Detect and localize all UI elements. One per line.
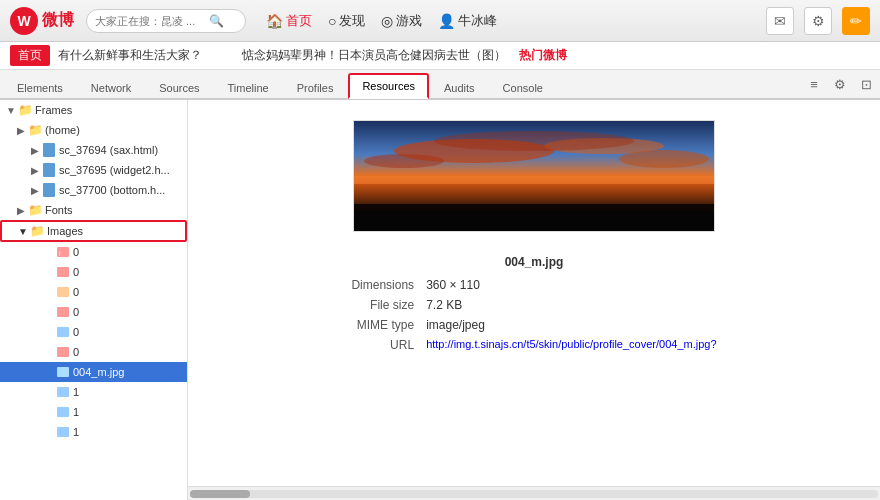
weibo-logo-text: 微博: [42, 10, 74, 31]
svg-rect-3: [57, 287, 69, 297]
nav-user-label: 牛冰峰: [458, 12, 497, 30]
devtools-menu-button[interactable]: ≡: [804, 74, 824, 94]
tree-004mjpg[interactable]: 004_m.jpg: [0, 362, 187, 382]
tree-sc37694[interactable]: ▶ sc_37694 (sax.html): [0, 140, 187, 160]
fonts-label: Fonts: [45, 204, 73, 216]
list-item[interactable]: 1: [0, 422, 187, 442]
nav-discover[interactable]: ○ 发现: [328, 12, 365, 30]
devtools-dock-button[interactable]: ⊡: [856, 74, 876, 94]
scrollbar-thumb[interactable]: [190, 490, 250, 498]
nav-discover-label: 发现: [339, 12, 365, 30]
nav-home-label: 首页: [286, 12, 312, 30]
tab-timeline[interactable]: Timeline: [215, 76, 282, 99]
list-item[interactable]: 0: [0, 302, 187, 322]
nav-user[interactable]: 👤 牛冰峰: [438, 12, 497, 30]
news-article[interactable]: 惦念妈妈辈男神！日本演员高仓健因病去世（图）: [242, 48, 506, 62]
tab-console[interactable]: Console: [490, 76, 556, 99]
img-icon: [56, 425, 70, 439]
images-label: Images: [47, 225, 83, 237]
svg-rect-4: [57, 307, 69, 317]
sc37700-arrow: ▶: [28, 185, 42, 196]
search-icon[interactable]: 🔍: [209, 14, 224, 28]
list-item[interactable]: 0: [0, 282, 187, 302]
weibo-topbar: W 微博 🔍 🏠 首页 ○ 发现 ◎ 游戏 👤 牛冰峰 ✉ ⚙ ✏: [0, 0, 880, 42]
list-item[interactable]: 1: [0, 382, 187, 402]
fonts-arrow: ▶: [14, 205, 28, 216]
image-preview-area: 004_m.jpg Dimensions 360 × 110 File size…: [188, 100, 880, 486]
tab-sources[interactable]: Sources: [146, 76, 212, 99]
discover-icon: ○: [328, 13, 336, 29]
nav-home[interactable]: 🏠 首页: [266, 12, 312, 30]
img-icon: [56, 405, 70, 419]
sc37694-label: sc_37694 (sax.html): [59, 144, 158, 156]
compose-button[interactable]: ✏: [842, 7, 870, 35]
svg-rect-5: [57, 327, 69, 337]
weibo-search-input[interactable]: [95, 15, 205, 27]
dimensions-value: 360 × 110: [420, 275, 722, 295]
news-question: 有什么新鲜事和生活大家？: [58, 48, 202, 62]
mail-button[interactable]: ✉: [766, 7, 794, 35]
tree-sc37700[interactable]: ▶ sc_37700 (bottom.h...: [0, 180, 187, 200]
nav-games[interactable]: ◎ 游戏: [381, 12, 422, 30]
img-selected-icon: [56, 365, 70, 379]
list-item[interactable]: 1: [0, 402, 187, 422]
image-preview-container: [353, 120, 715, 232]
sc37700-label: sc_37700 (bottom.h...: [59, 184, 165, 196]
svg-rect-9: [57, 407, 69, 417]
img-icon: i: [56, 245, 70, 259]
sc37694-arrow: ▶: [28, 145, 42, 156]
svg-rect-8: [57, 387, 69, 397]
sunset-svg: [354, 121, 714, 231]
content-panel: 004_m.jpg Dimensions 360 × 110 File size…: [188, 100, 880, 500]
frames-folder-icon: 📁: [18, 103, 32, 117]
url-value[interactable]: http://img.t.sinajs.cn/t5/skin/public/pr…: [420, 335, 722, 355]
sc37695-label: sc_37695 (widget2.h...: [59, 164, 170, 176]
list-item[interactable]: 0: [0, 322, 187, 342]
tree-home[interactable]: ▶ 📁 (home): [0, 120, 187, 140]
svg-point-16: [434, 131, 634, 151]
weibo-actions: ✉ ⚙ ✏: [766, 7, 870, 35]
tab-profiles[interactable]: Profiles: [284, 76, 347, 99]
tree-fonts[interactable]: ▶ 📁 Fonts: [0, 200, 187, 220]
svg-rect-10: [57, 427, 69, 437]
img-icon: [56, 325, 70, 339]
sc37694-icon: [42, 143, 56, 157]
weibo-search-box[interactable]: 🔍: [86, 9, 246, 33]
sc37695-arrow: ▶: [28, 165, 42, 176]
devtools-body: ▼ 📁 Frames ▶ 📁 (home) ▶ sc_37694 (sax.ht…: [0, 100, 880, 500]
dimensions-label: Dimensions: [345, 275, 420, 295]
nav-games-label: 游戏: [396, 12, 422, 30]
content-scrollbar[interactable]: [188, 486, 880, 500]
news-hot-label[interactable]: 热门微博: [519, 48, 567, 62]
resources-sidebar: ▼ 📁 Frames ▶ 📁 (home) ▶ sc_37694 (sax.ht…: [0, 100, 188, 500]
tab-audits[interactable]: Audits: [431, 76, 488, 99]
svg-rect-2: [57, 267, 69, 277]
news-home-button[interactable]: 首页: [10, 45, 50, 66]
home-folder-icon: 📁: [28, 123, 42, 137]
weibo-logo-icon: W: [10, 7, 38, 35]
list-item[interactable]: 0: [0, 342, 187, 362]
tab-resources[interactable]: Resources: [348, 73, 429, 99]
mimetype-label: MIME type: [345, 315, 420, 335]
devtools-tabbar: Elements Network Sources Timeline Profil…: [0, 70, 880, 100]
list-item[interactable]: 0: [0, 262, 187, 282]
svg-point-14: [364, 154, 444, 168]
tab-elements[interactable]: Elements: [4, 76, 76, 99]
svg-rect-6: [57, 347, 69, 357]
home-arrow: ▶: [14, 125, 28, 136]
sc37700-icon: [42, 183, 56, 197]
news-bar: 首页 有什么新鲜事和生活大家？ 惦念妈妈辈男神！日本演员高仓健因病去世（图） 热…: [0, 42, 880, 70]
frames-arrow: ▼: [4, 105, 18, 116]
list-item[interactable]: i 0: [0, 242, 187, 262]
tree-images[interactable]: ▼ 📁 Images: [0, 220, 187, 242]
url-label: URL: [345, 335, 420, 355]
tree-frames[interactable]: ▼ 📁 Frames: [0, 100, 187, 120]
filesize-label: File size: [345, 295, 420, 315]
settings-button[interactable]: ⚙: [804, 7, 832, 35]
scrollbar-track[interactable]: [190, 490, 878, 498]
devtools-settings-button[interactable]: ⚙: [830, 74, 850, 94]
svg-rect-17: [354, 176, 714, 184]
weibo-logo[interactable]: W 微博: [10, 7, 74, 35]
tree-sc37695[interactable]: ▶ sc_37695 (widget2.h...: [0, 160, 187, 180]
tab-network[interactable]: Network: [78, 76, 144, 99]
